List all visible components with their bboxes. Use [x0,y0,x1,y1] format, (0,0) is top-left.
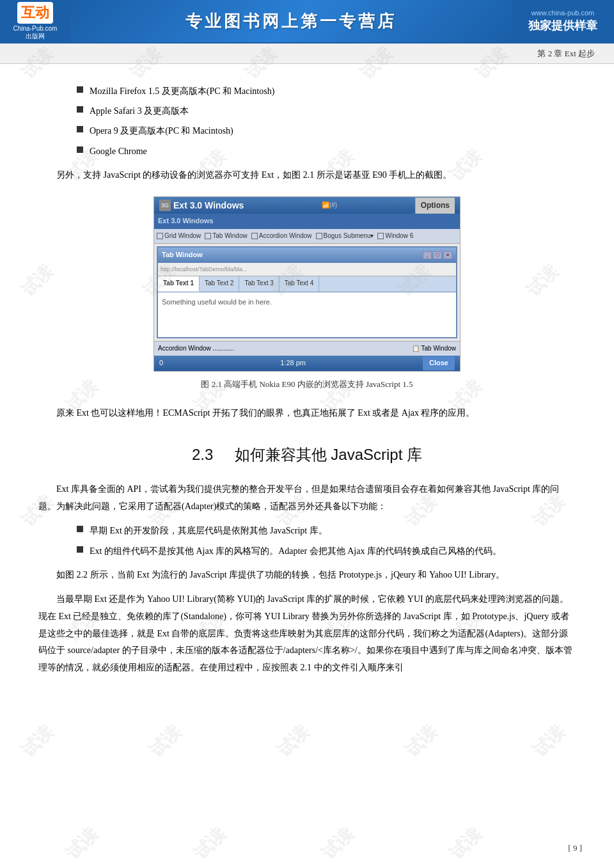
nokia-header-left: 3G Ext 3.0 Windows [159,198,244,214]
nokia-footer-time: 1:28 pm [280,357,306,370]
header-url: www.china-pub.com [531,9,594,17]
nokia-tab-3: Tab Text 3 [239,276,279,292]
nokia-menubar-text: Ext 3.0 Windows [158,217,214,225]
nokia-tab-1: Tab Text 1 [158,276,200,292]
watermark-36: 试读 [445,823,487,865]
watermark-32: 试读 [528,720,570,762]
toolbar-item-label: Window 6 [385,230,413,242]
list-item-text: Apple Safari 3 及更高版本 [90,103,189,119]
nokia-bottom-left: Accordion Window ............ [158,343,234,354]
nokia-footer-bar: 0 1:28 pm Close [154,356,460,371]
nokia-header: 3G Ext 3.0 Windows 📶(#) Options [154,197,460,214]
toolbar-grid-window: Grid Window [157,230,201,242]
browser-list: Mozilla Firefox 1.5 及更高版本(PC 和 Macintosh… [77,83,576,159]
watermark-33: 试读 [61,823,103,865]
adapter-list: 早期 Ext 的开发阶段，其底层代码是依附其他 JavaScript 库。 Ex… [77,523,576,558]
toolbar-accordion-window: Accordion Window [251,230,312,242]
nokia-toolbar: Grid Window Tab Window Accordion Window … [154,229,460,244]
nokia-bottom-right: 📋 Tab Window [412,343,456,354]
list-item-opera: Opera 9 及更高版本(PC 和 Macintosh) [77,123,576,139]
section-heading-2-3: 2.3 如何兼容其他 JavaScript 库 [38,441,576,468]
list-item-text: 早期 Ext 的开发阶段，其底层代码是依附其他 JavaScript 库。 [90,523,327,539]
watermark-34: 试读 [189,823,231,865]
toolbar-window-6: Window 6 [377,230,413,242]
list-item-adapter-1: 早期 Ext 的开发阶段，其底层代码是依附其他 JavaScript 库。 [77,523,576,539]
nokia-3g-badge: 3G [159,200,171,211]
nokia-close-button: Close [423,356,455,370]
logo-icon: 互动 [17,2,53,24]
bullet-icon-1 [77,86,83,93]
toolbar-bogus-submenu: Bogus Submenu▾ [316,230,374,242]
nokia-win-controls: _ □ × [423,251,452,259]
watermark-29: 试读 [144,720,186,762]
nokia-footer-left: 0 [159,357,163,370]
header-exclusive: 独家提供样章 [528,18,597,33]
list-item-adapter-2: Ext 的组件代码不是按其他 Ajax 库的风格写的。Adapter 会把其他 … [77,543,576,559]
list-item-chrome: Google Chrome [77,143,576,159]
toolbar-checkbox-4 [316,233,322,239]
list-item-text: Ext 的组件代码不是按其他 Ajax 库的风格写的。Adapter 会把其他 … [90,543,501,559]
toolbar-item-label: Grid Window [164,230,201,242]
bullet-icon-2 [77,106,83,113]
nokia-tab-4: Tab Text 4 [279,276,319,292]
watermark-35: 试读 [317,823,359,865]
watermark-31: 试读 [400,720,442,762]
section-title: 2.3 如何兼容其他 JavaScript 库 [38,441,576,468]
header-title: 专业图书网上第一专营店 [185,10,397,33]
paragraph-4: 如图 2.2 所示，当前 Ext 为流行的 JavaScript 库提供了功能的… [38,567,576,584]
toolbar-item-label: Tab Window [212,230,247,242]
list-item-text: Opera 9 及更高版本(PC 和 Macintosh) [90,123,233,139]
logo-subtext: China-Pub.com [13,25,58,32]
header-center: 专业图书网上第一专营店 [70,0,512,42]
page-number: [ 9 ] [568,840,582,855]
nokia-title: Ext 3.0 Windows [173,198,244,214]
nokia-url-text: http://localhost/TabDemo/bla/bla... [161,266,248,272]
nokia-url-bar: http://localhost/TabDemo/bla/bla... [158,263,456,276]
page-header: 互动 China-Pub.com 出版网 专业图书网上第一专营店 www.chi… [0,0,614,43]
toolbar-item-label: Bogus Submenu▾ [324,230,374,242]
nokia-options-button: Options [415,198,455,214]
section-title-text: 如何兼容其他 JavaScript 库 [235,446,422,463]
nokia-win-title-text: Tab Window [162,249,203,262]
toolbar-tab-window: Tab Window [205,230,247,242]
paragraph-1: 另外，支持 JavaScript 的移动设备的浏览器亦可支持 Ext，如图 2.… [38,167,576,184]
paragraph-3: Ext 库具备全面的 API，尝试着为我们提供完整的整合开发平台，但是如果结合遗… [38,481,576,515]
figure-2-1: 3G Ext 3.0 Windows 📶(#) Options Ext 3.0 … [38,196,576,391]
nokia-signal: 📶(#) [322,200,337,211]
list-item-text: Google Chrome [90,143,147,159]
toolbar-item-label: Accordion Window [259,230,312,242]
nokia-tab-window: Tab Window _ □ × http://localhost/TabDem… [157,246,457,338]
watermark-30: 试读 [272,720,314,762]
toolbar-checkbox-1 [157,233,163,239]
logo-sitename: 出版网 [26,32,45,41]
nokia-screen: 3G Ext 3.0 Windows 📶(#) Options Ext 3.0 … [154,196,460,372]
bullet-icon-6 [77,546,83,553]
toolbar-checkbox-2 [205,233,211,239]
nokia-menubar: Ext 3.0 Windows [154,214,460,229]
list-item-firefox: Mozilla Firefox 1.5 及更高版本(PC 和 Macintosh… [77,83,576,99]
nokia-content-text: Something useful would be in here. [162,298,272,306]
header-right: www.china-pub.com 独家提供样章 [512,0,614,42]
bullet-icon-4 [77,146,83,153]
win-ctrl-close: × [443,251,452,259]
win-ctrl-minimize: _ [423,251,432,259]
paragraph-5: 当最早期 Ext 还是作为 Yahoo UI! Library(简称 YUI)的… [38,591,576,676]
page-content: Mozilla Firefox 1.5 及更高版本(PC 和 Macintosh… [0,64,614,709]
bullet-icon-5 [77,526,83,532]
list-item-safari: Apple Safari 3 及更高版本 [77,103,576,119]
toolbar-checkbox-5 [377,233,384,239]
nokia-tab-2: Tab Text 2 [200,276,239,292]
figure-caption: 图 2.1 高端手机 Nokia E90 内嵌的浏览器支持 JavaScript… [201,377,413,391]
nokia-tabs-bar: Tab Text 1 Tab Text 2 Tab Text 3 Tab Tex… [158,276,456,292]
nokia-win-body: Something useful would be in here. [158,292,456,337]
watermark-28: 试读 [16,720,58,762]
paragraph-2: 原来 Ext 也可以这样地用！ECMAScript 开拓了我们的眼界，也真正地拓… [38,405,576,422]
chapter-bar: 第 2 章 Ext 起步 [0,43,614,64]
chapter-bar-text: 第 2 章 Ext 起步 [537,48,595,59]
list-item-text: Mozilla Firefox 1.5 及更高版本(PC 和 Macintosh… [90,83,274,99]
nokia-bottom-bar: Accordion Window ............ 📋 Tab Wind… [154,341,460,356]
bullet-icon-3 [77,126,83,132]
logo: 互动 China-Pub.com 出版网 [0,0,70,42]
win-ctrl-restore: □ [433,251,442,259]
nokia-win-titlebar: Tab Window _ □ × [158,248,456,263]
